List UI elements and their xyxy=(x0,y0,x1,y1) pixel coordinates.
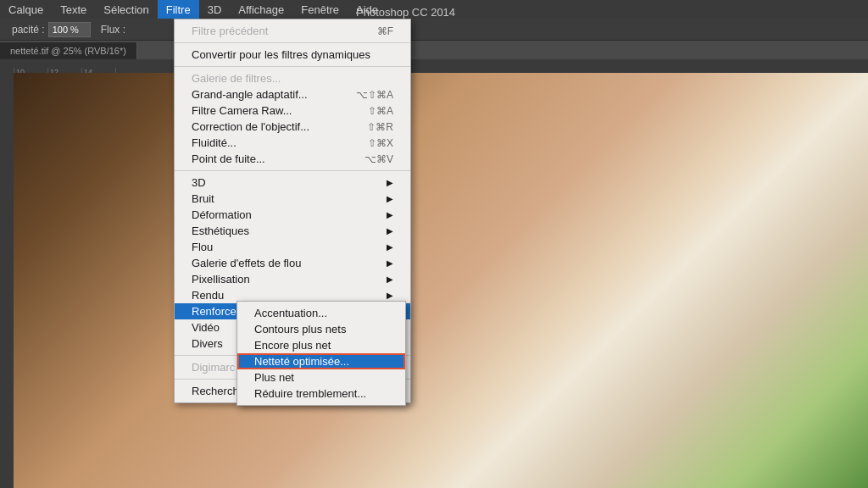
submenu-reduire-tremblement[interactable]: Réduire tremblement... xyxy=(237,385,405,402)
shortcut-point-fuite: ⌥⌘V xyxy=(364,153,393,165)
menu-deformation[interactable]: Déformation ▶ xyxy=(175,207,410,223)
arrow-icon: ▶ xyxy=(387,242,393,252)
ruler-mark xyxy=(115,68,183,73)
arrow-icon: ▶ xyxy=(387,291,393,300)
menu-3d[interactable]: 3D ▶ xyxy=(175,175,410,191)
menu-texte[interactable]: Texte xyxy=(52,0,95,19)
tabbar: netteté.tif @ 25% (RVB/16*) xyxy=(0,41,868,59)
ruler-mark: 12 xyxy=(47,68,81,73)
menu-selection[interactable]: Sélection xyxy=(95,0,157,19)
flux-label: Flux : xyxy=(96,24,131,36)
shortcut-camera-raw: ⇧⌘A xyxy=(368,105,393,117)
menu-galerie: Galerie de filtres... xyxy=(175,70,410,86)
menu-calque[interactable]: Calque xyxy=(0,0,52,19)
separator xyxy=(175,170,410,171)
opacity-input[interactable] xyxy=(48,22,91,37)
separator xyxy=(175,66,410,67)
shortcut-grand-angle: ⌥⇧⌘A xyxy=(356,89,393,101)
shortcut-filtre-precedent: ⌘F xyxy=(377,25,393,37)
document-tab[interactable]: netteté.tif @ 25% (RVB/16*) xyxy=(0,42,137,59)
menu-galerie-effets-flou[interactable]: Galerie d'effets de flou ▶ xyxy=(175,255,410,271)
menu-camera-raw[interactable]: Filtre Camera Raw... ⇧⌘A xyxy=(175,103,410,119)
menu-flou[interactable]: Flou ▶ xyxy=(175,239,410,255)
separator xyxy=(175,42,410,43)
submenu-encore-plus-net[interactable]: Encore plus net xyxy=(237,337,405,353)
arrow-icon: ▶ xyxy=(387,258,393,268)
menu-filtre-precedent[interactable]: Filtre précédent ⌘F xyxy=(175,23,410,39)
ruler-vertical xyxy=(0,59,14,488)
shortcut-correction: ⇧⌘R xyxy=(367,121,393,133)
ruler-horizontal: 10 12 14 26 28 30 32 34 36 38 xyxy=(0,59,868,73)
opacity-label: pacité : xyxy=(7,22,96,37)
submenu-nettete-optimisee[interactable]: Netteté optimisée... xyxy=(237,353,405,369)
toolbar: pacité : Flux : xyxy=(0,19,868,41)
arrow-icon: ▶ xyxy=(387,178,393,187)
menu-fluidite[interactable]: Fluidité... ⇧⌘X xyxy=(175,135,410,151)
menu-convertir[interactable]: Convertir pour les filtres dynamiques xyxy=(175,47,410,63)
app-title: Photoshop CC 2014 xyxy=(356,6,455,19)
ruler-mark: 10 xyxy=(14,68,47,73)
menu-filtre[interactable]: Filtre xyxy=(158,0,199,19)
menu-point-fuite[interactable]: Point de fuite... ⌥⌘V xyxy=(175,151,410,167)
submenu-contours-nets[interactable]: Contours plus nets xyxy=(237,321,405,337)
menu-pixellisation[interactable]: Pixellisation ▶ xyxy=(175,271,410,287)
submenu-plus-net[interactable]: Plus net xyxy=(237,369,405,385)
menu-esthetiques[interactable]: Esthétiques ▶ xyxy=(175,223,410,239)
menu-bruit[interactable]: Bruit ▶ xyxy=(175,191,410,207)
menu-correction-objectif[interactable]: Correction de l'objectif... ⇧⌘R xyxy=(175,119,410,135)
arrow-icon: ▶ xyxy=(387,226,393,236)
submenu-accentuation[interactable]: Accentuation... xyxy=(237,305,405,321)
photo-background xyxy=(0,0,868,488)
menu-fenetre[interactable]: Fenêtre xyxy=(292,0,348,19)
ruler-mark: 14 xyxy=(81,68,115,73)
shortcut-fluidite: ⇧⌘X xyxy=(368,137,393,149)
menubar: Calque Texte Sélection Filtre 3D Afficha… xyxy=(0,0,868,19)
arrow-icon: ▶ xyxy=(387,210,393,219)
menu-grand-angle[interactable]: Grand-angle adaptatif... ⌥⇧⌘A xyxy=(175,86,410,103)
arrow-icon: ▶ xyxy=(387,274,393,284)
renforcement-submenu: Accentuation... Contours plus nets Encor… xyxy=(236,301,406,406)
menu-3d[interactable]: 3D xyxy=(199,0,231,19)
arrow-icon: ▶ xyxy=(387,194,393,203)
menu-affichage[interactable]: Affichage xyxy=(230,0,292,19)
